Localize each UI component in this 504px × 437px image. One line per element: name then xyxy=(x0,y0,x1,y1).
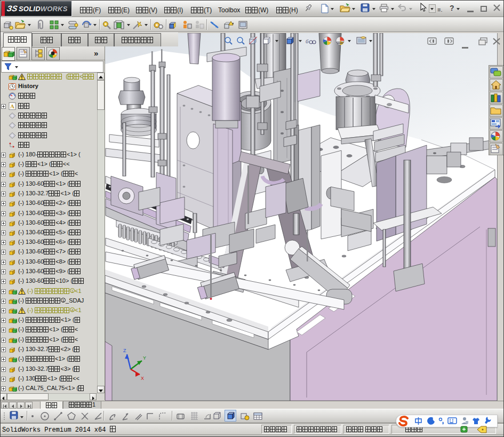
svg-text:Z: Z xyxy=(123,348,126,353)
svg-text:X: X xyxy=(141,376,144,381)
svg-text:Y: Y xyxy=(143,355,146,361)
